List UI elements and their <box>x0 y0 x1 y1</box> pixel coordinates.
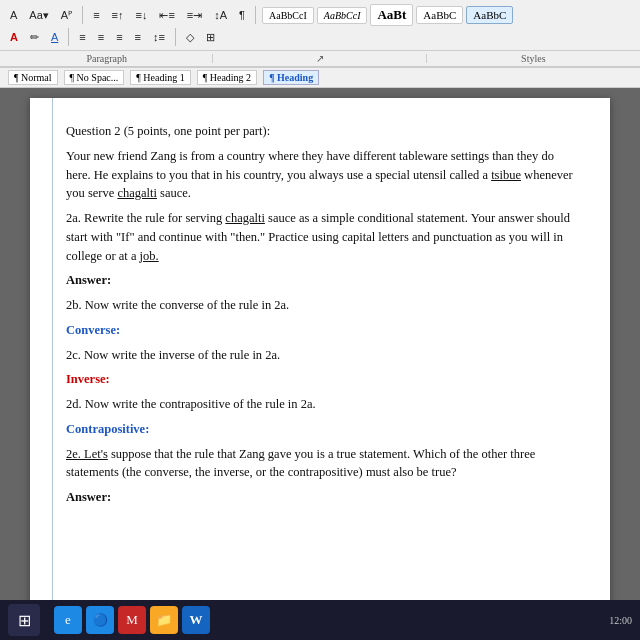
q2d-paragraph: 2d. Now write the contrapositive of the … <box>66 395 578 414</box>
ribbon-label-fa: ↗ <box>213 52 426 65</box>
answer-label-2: Answer: <box>66 488 578 507</box>
style-label-nospace[interactable]: ¶ No Spac... <box>64 70 125 85</box>
sep-1 <box>82 6 83 24</box>
font-AA-btn[interactable]: Aa▾ <box>25 7 52 24</box>
indent-left-btn[interactable]: ⇤≡ <box>155 7 178 24</box>
style-sample-5[interactable]: AaBbC <box>466 6 513 24</box>
style-sample-4[interactable]: AaBbC <box>416 6 463 24</box>
align-left-btn[interactable]: ≡ <box>75 29 89 45</box>
sep-3 <box>68 28 69 46</box>
highlight-btn[interactable]: ✏ <box>26 29 43 46</box>
styles-labels-row: ¶ Normal ¶ No Spac... ¶ Heading 1 ¶ Head… <box>0 68 640 88</box>
list-btn-2[interactable]: ≡↑ <box>108 7 128 23</box>
shading-btn[interactable]: ◇ <box>182 29 198 46</box>
inverse-label: Inverse: <box>66 370 578 389</box>
q2a-paragraph: 2a. Rewrite the rule for serving chagalt… <box>66 209 578 265</box>
toolbar: A Aa▾ Aᴾ ≡ ≡↑ ≡↓ ⇤≡ ≡⇥ ↕A ¶ AaBbCcI AaBb… <box>0 0 640 51</box>
taskbar-mail-icon[interactable]: M <box>118 606 146 634</box>
start-button[interactable]: ⊞ <box>8 604 40 636</box>
taskbar-ie-icon[interactable]: e <box>54 606 82 634</box>
document-text: Question 2 (5 points, one point per part… <box>66 122 578 507</box>
font-clear-btn[interactable]: Aᴾ <box>57 7 76 24</box>
question-heading: Question 2 (5 points, one point per part… <box>66 122 578 141</box>
taskbar: ⊞ e 🔵 M 📁 W 12:00 <box>0 600 640 640</box>
align-justify-btn[interactable]: ≡ <box>131 29 145 45</box>
style-sample-3[interactable]: AaBt <box>370 4 413 26</box>
align-center-btn[interactable]: ≡ <box>94 29 108 45</box>
intro-paragraph: Your new friend Zang is from a country w… <box>66 147 578 203</box>
document-page: Question 2 (5 points, one point per part… <box>30 98 610 618</box>
style-label-h1[interactable]: ¶ Heading 1 <box>130 70 190 85</box>
taskbar-time: 12:00 <box>609 615 632 626</box>
toolbar-row-1: A Aa▾ Aᴾ ≡ ≡↑ ≡↓ ⇤≡ ≡⇥ ↕A ¶ AaBbCcI AaBb… <box>6 4 634 26</box>
taskbar-right: 12:00 <box>609 615 632 626</box>
job-word: job. <box>140 249 159 263</box>
font-size-A-btn[interactable]: A <box>6 7 21 23</box>
taskbar-apps: e 🔵 M 📁 W <box>54 606 210 634</box>
q2c-paragraph: 2c. Now write the inverse of the rule in… <box>66 346 578 365</box>
font-color-A-btn[interactable]: A <box>6 29 22 45</box>
ribbon-label-paragraph: Paragraph <box>0 52 213 65</box>
borders-btn[interactable]: ⊞ <box>202 29 219 46</box>
chagalti-word-2: chagalti <box>225 211 265 225</box>
sep-4 <box>175 28 176 46</box>
q2e-paragraph: 2e. Let's suppose that the rule that Zan… <box>66 445 578 483</box>
align-right-btn[interactable]: ≡ <box>112 29 126 45</box>
taskbar-word-icon[interactable]: W <box>182 606 210 634</box>
taskbar-edge-icon[interactable]: 🔵 <box>86 606 114 634</box>
chagalti-word-1: chagalti <box>117 186 157 200</box>
converse-label: Converse: <box>66 321 578 340</box>
q2b-paragraph: 2b. Now write the converse of the rule i… <box>66 296 578 315</box>
list-btn-3[interactable]: ≡↓ <box>132 7 152 23</box>
q2e-lets: 2e. Let's <box>66 447 108 461</box>
sort-btn[interactable]: ↕A <box>210 7 231 23</box>
font-color-btn[interactable]: A <box>47 29 62 45</box>
tsibue-word: tsibue <box>491 168 521 182</box>
style-label-heading[interactable]: ¶ Heading <box>263 70 319 85</box>
document-area: Question 2 (5 points, one point per part… <box>0 88 640 628</box>
list-btn-1[interactable]: ≡ <box>89 7 103 23</box>
sep-2 <box>255 6 256 24</box>
style-label-h2[interactable]: ¶ Heading 2 <box>197 70 257 85</box>
taskbar-folder-icon[interactable]: 📁 <box>150 606 178 634</box>
ribbon-label-styles: Styles <box>427 52 640 65</box>
pilcrow-btn[interactable]: ¶ <box>235 7 249 23</box>
line-spacing-btn[interactable]: ↕≡ <box>149 29 169 45</box>
style-label-normal[interactable]: ¶ Normal <box>8 70 58 85</box>
indent-right-btn[interactable]: ≡⇥ <box>183 7 206 24</box>
toolbar-row-2: A ✏ A ≡ ≡ ≡ ≡ ↕≡ ◇ ⊞ <box>6 28 634 46</box>
contrapositive-label: Contrapositive: <box>66 420 578 439</box>
ribbon-labels: Paragraph ↗ Styles <box>0 51 640 68</box>
style-sample-2[interactable]: AaBbCcI <box>317 7 368 24</box>
style-sample-1[interactable]: AaBbCcI <box>262 7 314 24</box>
answer-label-1: Answer: <box>66 271 578 290</box>
